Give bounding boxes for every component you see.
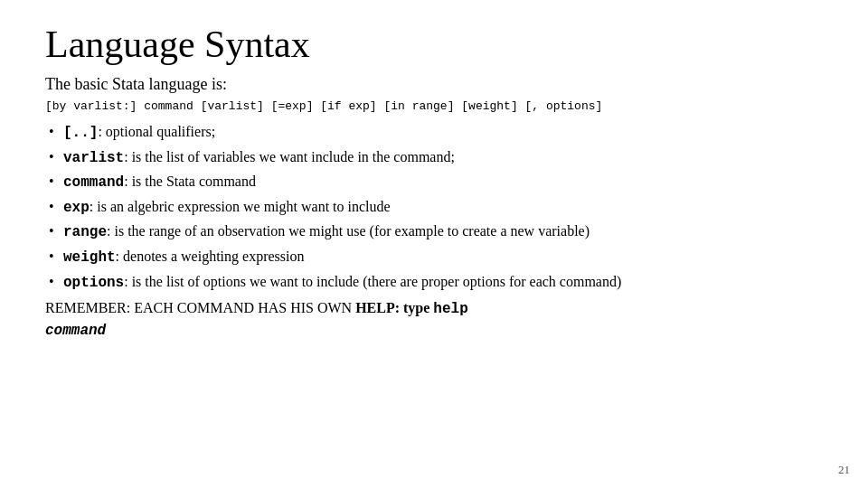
term-5: range <box>63 224 107 240</box>
subtitle-text: The basic Stata language is: <box>45 75 823 94</box>
list-item: command: is the Stata command <box>45 172 823 193</box>
list-item: range: is the range of an observation we… <box>45 221 823 243</box>
term-3: command <box>63 174 124 191</box>
term-1: [..] <box>63 125 98 141</box>
desc-5: : is the range of an observation we migh… <box>107 223 590 239</box>
desc-1: : optional qualifiers; <box>98 124 215 139</box>
help-code: help <box>433 301 467 317</box>
list-item: [..]: optional qualifiers; <box>45 122 823 144</box>
list-item: options: is the list of options we want … <box>45 272 823 294</box>
page-number: 21 <box>838 463 850 477</box>
remember-command: command <box>45 323 106 339</box>
remember-prefix: REMEMBER: EACH COMMAND HAS HIS OWN <box>45 300 355 315</box>
desc-3: : is the Stata command <box>124 174 256 189</box>
term-4: exp <box>63 200 90 216</box>
syntax-line: [by varlist:] command [varlist] [=exp] [… <box>45 99 823 113</box>
desc-6: : denotes a weighting expression <box>116 249 305 264</box>
bullet-list: [..]: optional qualifiers; varlist: is t… <box>45 122 823 293</box>
list-item: exp: is an algebric expression we might … <box>45 197 823 219</box>
desc-2: : is the list of variables we want inclu… <box>124 149 455 164</box>
list-item: weight: denotes a weighting expression <box>45 247 823 268</box>
desc-7: : is the list of options we want to incl… <box>124 274 621 289</box>
page-title: Language Syntax <box>45 23 823 66</box>
term-7: options <box>63 275 124 291</box>
remember-help-label: HELP: type help <box>355 300 468 315</box>
term-6: weight <box>63 249 116 266</box>
term-2: varlist <box>63 150 124 166</box>
remember-block: REMEMBER: EACH COMMAND HAS HIS OWN HELP:… <box>45 298 823 341</box>
list-item: varlist: is the list of variables we wan… <box>45 147 823 169</box>
slide-container: Language Syntax The basic Stata language… <box>0 0 868 488</box>
desc-4: : is an algebric expression we might wan… <box>90 199 391 214</box>
